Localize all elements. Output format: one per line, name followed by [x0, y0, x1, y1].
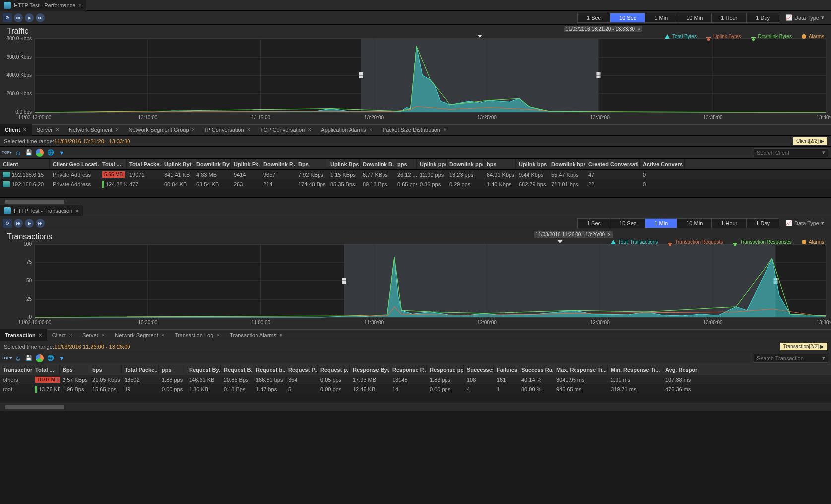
column-header[interactable]: Uplink Bps	[327, 159, 360, 169]
close-icon[interactable]: ×	[78, 2, 81, 8]
column-header[interactable]: Request p...	[318, 364, 350, 375]
save-icon[interactable]: 💾	[25, 149, 33, 157]
column-header[interactable]: Successes	[464, 364, 494, 375]
client-counter[interactable]: Client[2/2]▶	[793, 137, 827, 145]
legend-item[interactable]: Uplink Bytes	[706, 34, 741, 39]
column-header[interactable]: Uplink Pk...	[231, 159, 260, 169]
export-icon[interactable]: ⎙	[14, 354, 22, 362]
filter-icon[interactable]: ▼	[58, 354, 65, 362]
column-header[interactable]: Total Packe...	[122, 364, 159, 375]
time-btn-1sec[interactable]: 1 Sec	[578, 219, 610, 228]
step-back-button[interactable]: ⏮	[14, 219, 23, 228]
step-back-button[interactable]: ⏮	[14, 13, 23, 22]
legend-item[interactable]: Transaction Requests	[668, 239, 723, 245]
column-header[interactable]: Success Ra...	[518, 364, 553, 375]
horizontal-scrollbar[interactable]	[0, 403, 831, 411]
column-header[interactable]: Total Packe...	[127, 159, 161, 169]
sub-tab-network-segment-group[interactable]: Network Segment Group×	[124, 124, 200, 136]
sub-tab-transaction[interactable]: Transaction×	[0, 329, 47, 341]
config-button[interactable]: ⚙	[3, 13, 12, 22]
time-btn-1min[interactable]: 1 Min	[645, 219, 677, 228]
time-btn-10sec[interactable]: 10 Sec	[610, 219, 645, 228]
close-icon[interactable]: ×	[216, 332, 220, 339]
sub-tab-client[interactable]: Client×	[0, 124, 32, 136]
column-header[interactable]: Min. Response Ti...	[608, 364, 662, 375]
column-header[interactable]: bps	[89, 364, 122, 375]
table-row[interactable]: root13.76 KB1.96 Bps15.65 bps190.00 pps1…	[0, 384, 831, 394]
column-header[interactable]: Bps	[295, 159, 327, 169]
column-header[interactable]: Response Byt...	[350, 364, 389, 375]
legend-item[interactable]: Total Transactions	[611, 239, 658, 245]
sub-tab-ip-conversation[interactable]: IP Conversation×	[200, 124, 256, 136]
column-header[interactable]: Uplink Byt...	[161, 159, 193, 169]
traffic-chart[interactable]: Traffic 11/03/2016 13:21:20 - 13:33:30× …	[0, 25, 831, 124]
top-icon[interactable]: TOP▾	[3, 149, 11, 157]
legend-item[interactable]: Alarms	[802, 34, 824, 39]
search-client-input[interactable]: Search Client ▾	[754, 148, 828, 157]
column-header[interactable]: Avg. Respon	[662, 364, 697, 375]
column-header[interactable]: Client	[0, 159, 50, 169]
sub-tab-network-segment[interactable]: Network Segment×	[64, 124, 124, 136]
table-row[interactable]: 192.168.6.15Private Address5.65 MB190718…	[0, 170, 831, 179]
column-header[interactable]: Request P...	[285, 364, 318, 375]
close-icon[interactable]: ×	[39, 332, 42, 339]
data-type-button[interactable]: 📈 Data Type ▾	[781, 218, 828, 228]
top-icon[interactable]: TOP▾	[3, 354, 11, 362]
close-icon[interactable]: ×	[115, 126, 119, 133]
close-icon[interactable]: ×	[23, 126, 27, 133]
close-icon[interactable]: ×	[638, 26, 640, 32]
time-btn-1day[interactable]: 1 Day	[747, 219, 779, 228]
column-header[interactable]: Active Convers	[640, 159, 685, 169]
transaction-counter[interactable]: Transaction[2/2]▶	[780, 343, 827, 350]
close-icon[interactable]: ×	[308, 126, 311, 133]
close-icon[interactable]: ×	[369, 126, 373, 133]
close-icon[interactable]: ×	[192, 126, 195, 133]
client-grid[interactable]: ClientClient Geo Locati...Total ...Total…	[0, 159, 831, 197]
close-icon[interactable]: ×	[161, 332, 165, 339]
performance-tab[interactable]: HTTP Test - Performance ×	[0, 0, 86, 11]
sub-tab-server[interactable]: Server×	[32, 124, 64, 136]
step-fwd-button[interactable]: ⏭	[36, 13, 45, 22]
world-icon[interactable]: 🌐	[47, 354, 55, 362]
config-button[interactable]: ⚙	[3, 219, 12, 228]
column-header[interactable]: Downlink pps	[447, 159, 484, 169]
transaction-tab[interactable]: HTTP Test - Transaction ×	[0, 205, 83, 216]
legend-item[interactable]: Alarms	[802, 239, 824, 245]
search-transaction-input[interactable]: Search Transaction ▾	[754, 354, 828, 363]
time-btn-1sec[interactable]: 1 Sec	[578, 13, 610, 22]
time-btn-1day[interactable]: 1 Day	[747, 13, 779, 22]
column-header[interactable]: Uplink pps	[417, 159, 447, 169]
legend-item[interactable]: Transaction Responses	[733, 239, 792, 245]
close-icon[interactable]: ×	[279, 332, 283, 339]
close-icon[interactable]: ×	[247, 126, 251, 133]
close-icon[interactable]: ×	[69, 332, 72, 339]
close-icon[interactable]: ×	[608, 232, 611, 237]
transactions-chart[interactable]: Transactions 11/03/2016 11:26:00 - 13:26…	[0, 230, 831, 329]
column-header[interactable]: pps	[159, 364, 186, 375]
close-icon[interactable]: ×	[101, 332, 105, 339]
column-header[interactable]: Downlink bps	[548, 159, 585, 169]
column-header[interactable]: Transaction	[0, 364, 32, 375]
sub-tab-application-alarms[interactable]: Application Alarms×	[316, 124, 378, 136]
column-header[interactable]: bps	[484, 159, 516, 169]
export-icon[interactable]: ⎙	[14, 149, 22, 157]
time-btn-10min[interactable]: 10 Min	[677, 13, 712, 22]
sub-tab-tcp-conversation[interactable]: TCP Conversation×	[256, 124, 317, 136]
column-header[interactable]: Max. Response Ti...	[553, 364, 608, 375]
time-btn-1min[interactable]: 1 Min	[645, 13, 677, 22]
column-header[interactable]: Client Geo Locati...	[50, 159, 99, 169]
column-header[interactable]: Request b...	[253, 364, 285, 375]
column-header[interactable]: Downlink Byt...	[193, 159, 231, 169]
time-btn-1hour[interactable]: 1 Hour	[712, 219, 747, 228]
sub-tab-server[interactable]: Server×	[77, 329, 110, 341]
close-icon[interactable]: ×	[56, 126, 59, 133]
play-button[interactable]: ▶	[25, 13, 34, 22]
column-header[interactable]: pps	[394, 159, 417, 169]
column-header[interactable]: Response pps	[427, 364, 464, 375]
sub-tab-network-segment[interactable]: Network Segment×	[110, 329, 169, 341]
column-header[interactable]: Bps	[60, 364, 89, 375]
time-btn-10min[interactable]: 10 Min	[677, 219, 712, 228]
close-icon[interactable]: ×	[443, 126, 447, 133]
save-icon[interactable]: 💾	[25, 354, 33, 362]
pie-icon[interactable]	[36, 149, 44, 157]
